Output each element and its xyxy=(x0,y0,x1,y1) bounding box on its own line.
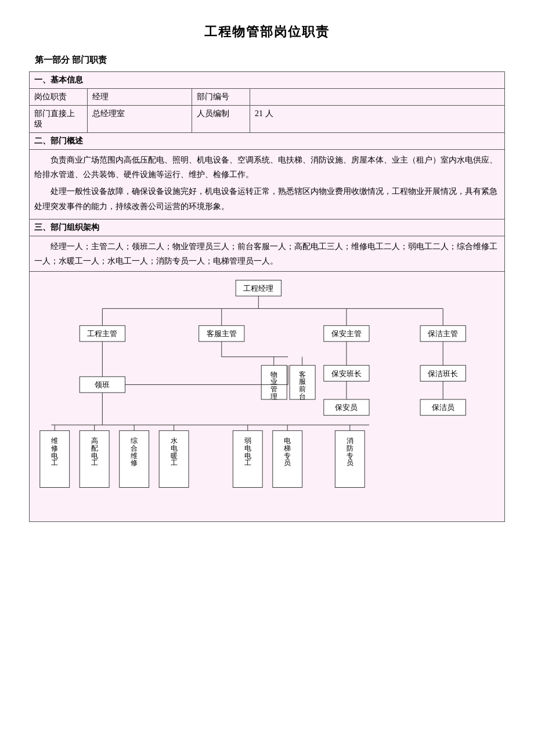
svg-text:理: 理 xyxy=(270,393,277,401)
svg-text:前: 前 xyxy=(299,386,306,393)
svg-text:修: 修 xyxy=(51,445,58,452)
svg-text:工程主管: 工程主管 xyxy=(87,329,117,338)
section2-header-row: 二、部门概述 xyxy=(30,133,505,150)
dept-num-value xyxy=(250,89,505,106)
svg-text:保洁主管: 保洁主管 xyxy=(428,329,458,338)
svg-text:工程经理: 工程经理 xyxy=(243,285,273,293)
svg-text:员: 员 xyxy=(284,459,291,467)
svg-text:工: 工 xyxy=(171,459,178,467)
org-chart-row: 工程经理 工程主管 客服主管 保安主管 保洁主管 xyxy=(30,272,505,522)
svg-text:配: 配 xyxy=(91,445,98,452)
svg-text:暖: 暖 xyxy=(171,452,178,460)
svg-text:台: 台 xyxy=(299,393,306,401)
svg-text:弱: 弱 xyxy=(244,437,251,445)
svg-text:电: 电 xyxy=(244,445,251,452)
svg-text:维: 维 xyxy=(131,452,138,460)
main-table: 一、基本信息 岗位职责 经理 部门编号 部门直接上级 总经理室 人员编制 21 … xyxy=(29,71,505,522)
svg-text:修: 修 xyxy=(131,459,138,467)
section2-content-row: 负责商业广场范围内高低压配电、照明、机电设备、空调系统、电扶梯、消防设施、房屋本… xyxy=(30,150,505,219)
svg-text:保安员: 保安员 xyxy=(335,404,358,412)
svg-text:水: 水 xyxy=(171,437,178,445)
job-title-value: 经理 xyxy=(88,89,192,106)
section1-heading: 第一部分 部门职责 xyxy=(35,55,505,66)
svg-text:客: 客 xyxy=(299,370,306,379)
page-title: 工程物管部岗位职责 xyxy=(29,23,505,41)
section3-content-row: 经理一人；主管二人；领班二人；物业管理员三人；前台客服一人；高配电工三人；维修电… xyxy=(30,236,505,271)
svg-text:物: 物 xyxy=(270,371,277,379)
info-row2: 部门直接上级 总经理室 人员编制 21 人 xyxy=(30,106,505,133)
superior-value: 总经理室 xyxy=(88,106,192,133)
svg-text:防: 防 xyxy=(347,445,353,452)
job-title-label: 岗位职责 xyxy=(30,89,88,106)
svg-text:专: 专 xyxy=(284,452,291,460)
headcount-label: 人员编制 xyxy=(192,106,250,133)
svg-text:电: 电 xyxy=(91,452,98,460)
org-chart-svg: 工程经理 工程主管 客服主管 保安主管 保洁主管 xyxy=(34,275,500,519)
svg-text:工: 工 xyxy=(244,459,251,467)
svg-text:综: 综 xyxy=(131,437,138,445)
svg-text:维: 维 xyxy=(51,437,58,445)
superior-label: 部门直接上级 xyxy=(30,106,88,133)
svg-text:电: 电 xyxy=(284,437,291,445)
section3-text: 经理一人；主管二人；领班二人；物业管理员三人；前台客服一人；高配电工三人；维修电… xyxy=(30,236,505,271)
svg-text:电: 电 xyxy=(244,452,251,460)
svg-text:保安班长: 保安班长 xyxy=(331,369,362,378)
svg-text:管: 管 xyxy=(270,386,277,393)
dept-num-label: 部门编号 xyxy=(192,89,250,106)
info-row1: 岗位职责 经理 部门编号 xyxy=(30,89,505,106)
section2-text: 负责商业广场范围内高低压配电、照明、机电设备、空调系统、电扶梯、消防设施、房屋本… xyxy=(30,150,505,219)
section1-label: 一、基本信息 xyxy=(30,72,505,89)
section2-label: 二、部门概述 xyxy=(30,133,505,150)
svg-text:消: 消 xyxy=(347,437,353,445)
svg-text:专: 专 xyxy=(347,452,353,460)
section2-para2: 处理一般性设备故障，确保设备设施完好，机电设备运转正常，熟悉辖区内物业费用收缴情… xyxy=(34,184,500,213)
headcount-value: 21 人 xyxy=(250,106,505,133)
section3-label: 三、部门组织架构 xyxy=(30,219,505,236)
svg-text:保洁员: 保洁员 xyxy=(432,404,454,412)
svg-text:梯: 梯 xyxy=(283,445,291,452)
svg-text:员: 员 xyxy=(347,459,353,467)
svg-text:服: 服 xyxy=(299,379,306,386)
svg-text:电: 电 xyxy=(51,452,58,460)
svg-text:保洁班长: 保洁班长 xyxy=(428,370,458,378)
svg-text:高: 高 xyxy=(91,437,98,445)
org-chart-cell: 工程经理 工程主管 客服主管 保安主管 保洁主管 xyxy=(30,272,505,522)
section1-header-row: 一、基本信息 xyxy=(30,72,505,89)
svg-text:领班: 领班 xyxy=(95,381,110,389)
section3-header-row: 三、部门组织架构 xyxy=(30,219,505,236)
svg-text:客服主管: 客服主管 xyxy=(207,329,237,338)
svg-text:电: 电 xyxy=(171,445,178,452)
svg-text:工: 工 xyxy=(91,459,98,467)
section2-para1: 负责商业广场范围内高低压配电、照明、机电设备、空调系统、电扶梯、消防设施、房屋本… xyxy=(34,153,500,182)
svg-text:保安主管: 保安主管 xyxy=(331,329,362,338)
svg-text:合: 合 xyxy=(131,445,138,452)
svg-text:工: 工 xyxy=(51,459,58,467)
